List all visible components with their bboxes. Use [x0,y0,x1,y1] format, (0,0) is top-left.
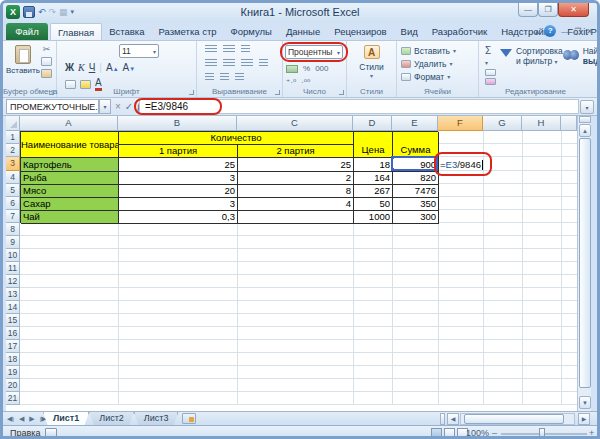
tab-Формулы[interactable]: Формулы [224,23,279,40]
tab-Вид[interactable]: Вид [394,23,425,40]
find-select-button[interactable]: Найти и выделить ▾ [563,43,600,85]
column-header-G[interactable]: G [483,116,522,131]
currency-icon[interactable] [286,65,298,73]
row-header-15[interactable]: 15 [6,314,20,327]
tab-Разметка стр[interactable]: Разметка стр [151,23,223,40]
row-header-7[interactable]: 7 [6,210,20,223]
book-restore-icon[interactable]: ❐ [574,27,581,36]
column-header-E[interactable]: E [392,116,438,131]
cell-c6[interactable]: 4 [238,198,354,211]
page-layout-view-icon[interactable] [444,428,455,438]
row-header-4[interactable]: 4 [6,171,20,184]
tab-Вставка[interactable]: Вставка [102,23,151,40]
align-middle-icon[interactable] [223,45,235,53]
enter-entry-icon[interactable]: ✓ [125,99,133,114]
tab-split-handle[interactable] [440,413,445,425]
cell-b2-batch1[interactable]: 1 партия [119,145,238,158]
expand-formula-bar-icon[interactable]: ▾ [580,100,594,114]
zoom-out-icon[interactable]: – [492,428,497,438]
row-header-19[interactable]: 19 [6,366,20,379]
row-header-13[interactable]: 13 [6,288,20,301]
row-header-12[interactable]: 12 [6,275,20,288]
insert-cells-button[interactable]: Вставить▾ [397,44,478,57]
cell-b1-qty-header[interactable]: Количество [119,132,354,145]
font-size-select[interactable]: 11▾ [119,44,159,58]
vertical-scrollbar[interactable]: ▲ ▼ [577,116,591,411]
merge-center-icon[interactable] [259,59,268,67]
italic-button[interactable]: К [78,62,85,73]
cell-e5[interactable]: 7476 [393,185,439,198]
prev-sheet-icon[interactable]: ◀ [19,413,24,425]
column-header-B[interactable]: B [118,116,237,131]
number-dialog-launcher[interactable] [339,90,344,95]
cancel-entry-icon[interactable]: × [115,99,121,114]
tab-Разработчик[interactable]: Разработчик [425,23,494,40]
increase-decimal-icon[interactable]: ⁺·⁰ [286,78,296,87]
zoom-slider-thumb[interactable] [539,428,545,437]
cell-b3[interactable]: 25 [119,158,238,172]
normal-view-icon[interactable] [431,428,442,438]
cell-e6[interactable]: 350 [393,198,439,211]
horizontal-scroll-thumb[interactable] [464,414,564,424]
underline-button[interactable]: Ч [89,62,96,73]
cell-c4[interactable]: 2 [238,172,354,185]
cell-c2-batch2[interactable]: 2 партия [238,145,354,158]
first-sheet-icon[interactable]: ◀| [7,413,14,425]
column-header-A[interactable]: A [20,116,118,131]
tab-file[interactable]: Файл [6,23,48,40]
book-minimize-icon[interactable]: — [561,27,569,36]
cell-a5-name[interactable]: Мясо [21,185,119,198]
macro-record-icon[interactable] [45,428,57,437]
restore-button[interactable]: ❐ [538,3,558,17]
row-header-14[interactable]: 14 [6,301,20,314]
percent-icon[interactable]: % [303,64,310,73]
increase-indent-icon[interactable] [220,73,229,81]
cut-icon[interactable]: ✂ [43,45,51,54]
row-header-3[interactable]: 3 [6,157,20,171]
fill-icon[interactable] [485,69,496,76]
cell-b6[interactable]: 3 [119,198,238,211]
row-header-16[interactable]: 16 [6,327,20,340]
format-cells-button[interactable]: Формат▾ [397,70,478,83]
column-header-C[interactable]: C [237,116,353,131]
row-header-21[interactable]: 21 [6,392,20,405]
align-left-icon[interactable] [205,59,217,67]
row-header-8[interactable]: 8 [6,223,20,236]
cell-c5[interactable]: 8 [238,185,354,198]
row-header-20[interactable]: 20 [6,379,20,392]
name-box-arrow-icon[interactable]: ▾ [99,99,111,114]
row-header-2[interactable]: 2 [6,144,20,157]
insert-sheet-icon[interactable] [182,413,196,424]
sheet-grid[interactable]: =E3/9846 ▲ ▼ ABCDEFGH1234567891011121314… [6,116,591,411]
row-header-17[interactable]: 17 [6,340,20,353]
autosum-button[interactable]: Σ ▾ [485,45,496,67]
tab-Рецензиров[interactable]: Рецензиров [327,23,393,40]
cell-b5[interactable]: 20 [119,185,238,198]
hscroll-right-icon[interactable]: ▶ [578,413,590,425]
delete-cells-button[interactable]: Удалить▾ [397,57,478,70]
format-painter-icon[interactable] [41,69,52,78]
copy-icon[interactable] [41,57,52,66]
tab-Данные[interactable]: Данные [279,23,327,40]
grow-font-button[interactable]: А▲ [106,62,119,73]
zoom-in-icon[interactable]: + [589,428,594,438]
book-close-icon[interactable]: ✕ [586,27,593,36]
hscroll-left-icon[interactable]: ◀ [447,413,459,425]
column-header-F[interactable]: F [438,116,483,131]
cell-d5[interactable]: 267 [354,185,393,198]
font-dialog-launcher[interactable] [189,90,194,95]
cell-e4[interactable]: 820 [393,172,439,185]
cell-a4-name[interactable]: Рыба [21,172,119,185]
sort-filter-button[interactable]: Сортировка и фильтр ▾ [500,43,563,85]
cell-a1-name-header[interactable]: Наименование товара [21,132,119,158]
row-header-6[interactable]: 6 [6,197,20,210]
cell-c3[interactable]: 25 [238,158,354,172]
collapse-ribbon-icon[interactable]: ▴ [535,27,539,36]
sheet-tab-Лист2[interactable]: Лист2 [89,412,134,426]
cell-a7-name[interactable]: Чай [21,211,119,224]
cell-b7[interactable]: 0,3 [119,211,238,224]
align-right-icon[interactable] [241,59,253,67]
cell-a6-name[interactable]: Сахар [21,198,119,211]
paste-button[interactable]: Вставить [6,45,40,75]
row-header-10[interactable]: 10 [6,249,20,262]
